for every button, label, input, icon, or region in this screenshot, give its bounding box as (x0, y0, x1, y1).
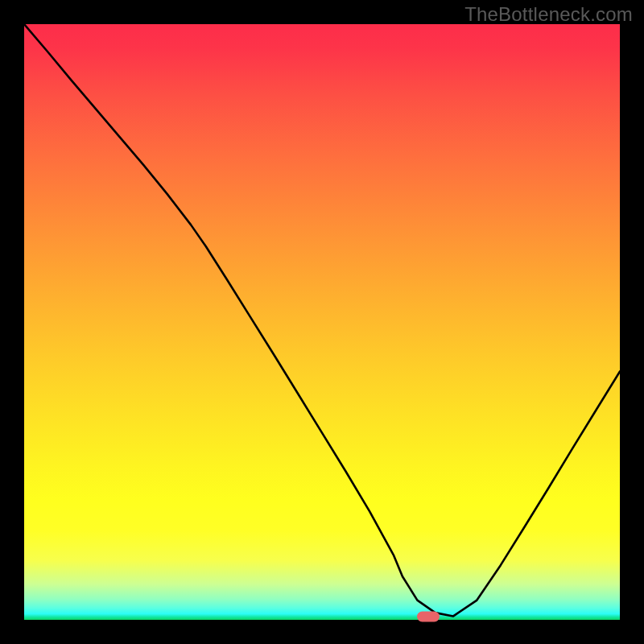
chart-line (24, 24, 620, 617)
chart-container: TheBottleneck.com (0, 0, 644, 644)
line-chart-svg (24, 24, 620, 620)
watermark-text: TheBottleneck.com (464, 3, 633, 26)
plot-area (24, 24, 620, 620)
chart-marker (417, 611, 440, 621)
